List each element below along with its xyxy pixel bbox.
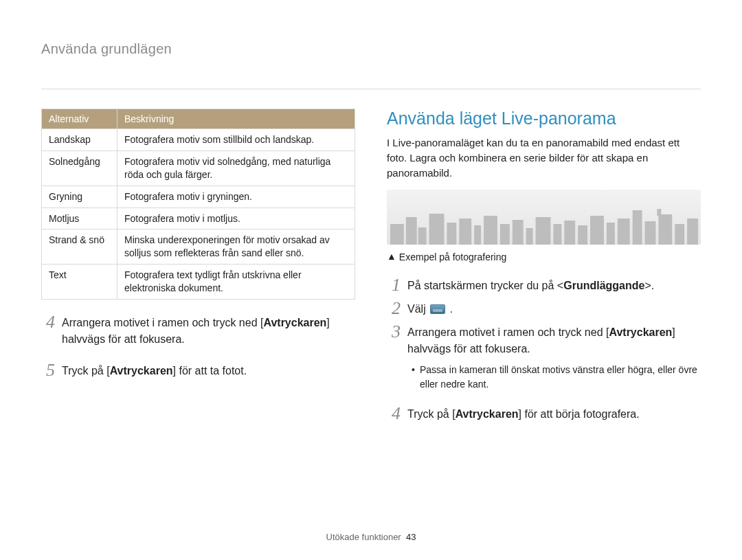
svg-rect-11: [536, 217, 551, 245]
svg-rect-4: [447, 223, 456, 245]
svg-rect-18: [633, 210, 642, 245]
cell-desc: Fotografera text tydligt från utskrivna …: [117, 265, 355, 300]
svg-rect-14: [578, 225, 587, 245]
svg-rect-2: [418, 227, 427, 245]
live-panorama-mode-icon: [430, 304, 445, 314]
section-intro: I Live-panoramaläget kan du ta en panora…: [387, 135, 701, 180]
svg-rect-5: [459, 219, 471, 245]
divider: [41, 89, 701, 89]
table-row: Strand & snö Minska underexponeringen fö…: [42, 229, 355, 265]
cell-desc: Fotografera motiv i motljus.: [117, 208, 355, 229]
step-4: 4 Arrangera motivet i ramen och tryck ne…: [41, 313, 355, 348]
step-text: På startskärmen trycker du på <Grundlägg…: [407, 276, 654, 294]
svg-rect-3: [429, 214, 445, 245]
step-text: Tryck på [Avtryckaren] för att börja fot…: [407, 405, 640, 423]
cell-alt: Solnedgång: [42, 150, 117, 186]
table-row: Motljus Fotografera motiv i motljus.: [42, 208, 355, 229]
cell-desc: Minska underexponeringen för motiv orsak…: [117, 229, 355, 265]
table-row: Text Fotografera text tydligt från utskr…: [42, 265, 355, 300]
step-1: 1 På startskärmen trycker du på <Grundlä…: [387, 276, 701, 294]
cell-desc: Fotografera motiv som stillbild och land…: [117, 129, 355, 151]
svg-rect-13: [564, 221, 575, 245]
step-text: Tryck på [Avtryckaren] för att ta fotot.: [62, 361, 247, 379]
step-number: 1: [387, 276, 401, 294]
table-row: Gryning Fotografera motiv i gryningen.: [42, 186, 355, 208]
cell-alt: Motljus: [42, 208, 117, 229]
page-footer: Utökade funktioner 43: [0, 532, 742, 542]
table-row: Landskap Fotografera motiv som stillbild…: [42, 129, 355, 151]
svg-rect-16: [607, 223, 615, 245]
svg-rect-15: [590, 216, 604, 245]
step-number: 3: [387, 323, 401, 341]
step-text: Arrangera motivet i ramen och tryck ned …: [62, 313, 355, 348]
svg-rect-20: [658, 214, 672, 245]
step-text: Arrangera motivet i ramen och tryck ned …: [407, 323, 701, 391]
cell-alt: Text: [42, 265, 117, 300]
page: Använda grundlägen Alternativ Beskrivnin…: [0, 0, 742, 560]
step-4: 4 Tryck på [Avtryckaren] för att börja f…: [387, 405, 701, 423]
step-number: 4: [41, 313, 55, 331]
step-number: 4: [387, 405, 401, 423]
svg-rect-9: [513, 220, 524, 245]
svg-rect-12: [553, 224, 561, 245]
left-column: Alternativ Beskrivning Landskap Fotograf…: [41, 109, 355, 423]
svg-rect-23: [687, 219, 698, 245]
table-header-beskrivning: Beskrivning: [117, 109, 355, 129]
svg-rect-6: [474, 225, 481, 245]
illustration-caption: ▲Exempel på fotografering: [387, 251, 701, 262]
svg-rect-0: [390, 224, 404, 245]
svg-rect-1: [406, 217, 417, 245]
cell-alt: Strand & snö: [42, 229, 117, 265]
step-number: 2: [387, 300, 401, 317]
svg-rect-8: [500, 224, 510, 245]
content-columns: Alternativ Beskrivning Landskap Fotograf…: [41, 109, 701, 423]
step-bullet: Passa in kameran till önskat motivs väns…: [407, 363, 701, 391]
triangle-up-icon: ▲: [387, 251, 396, 262]
step-3: 3 Arrangera motivet i ramen och tryck ne…: [387, 323, 701, 391]
city-skyline-icon: [387, 190, 701, 245]
cell-alt: Gryning: [42, 186, 117, 208]
svg-rect-19: [645, 221, 656, 245]
svg-rect-22: [675, 224, 684, 245]
svg-rect-10: [526, 228, 533, 245]
step-2: 2 Välj .: [387, 300, 701, 317]
svg-rect-21: [657, 209, 661, 216]
step-5: 5 Tryck på [Avtryckaren] för att ta foto…: [41, 361, 355, 379]
footer-page-number: 43: [406, 532, 416, 542]
breadcrumb: Använda grundlägen: [41, 41, 701, 57]
step-text: Välj .: [407, 300, 453, 317]
cell-alt: Landskap: [42, 129, 117, 151]
section-heading: Använda läget Live-panorama: [387, 109, 701, 128]
table-row: Solnedgång Fotografera motiv vid solnedg…: [42, 150, 355, 186]
table-header-alternativ: Alternativ: [42, 109, 117, 129]
footer-section: Utökade funktioner: [326, 532, 401, 542]
step-number: 5: [41, 361, 55, 379]
right-column: Använda läget Live-panorama I Live-panor…: [387, 109, 701, 423]
svg-rect-7: [484, 216, 497, 245]
svg-rect-17: [618, 219, 630, 245]
cell-desc: Fotografera motiv i gryningen.: [117, 186, 355, 208]
options-table: Alternativ Beskrivning Landskap Fotograf…: [41, 109, 355, 300]
cell-desc: Fotografera motiv vid solnedgång, med na…: [117, 150, 355, 186]
panorama-illustration: [387, 190, 701, 245]
